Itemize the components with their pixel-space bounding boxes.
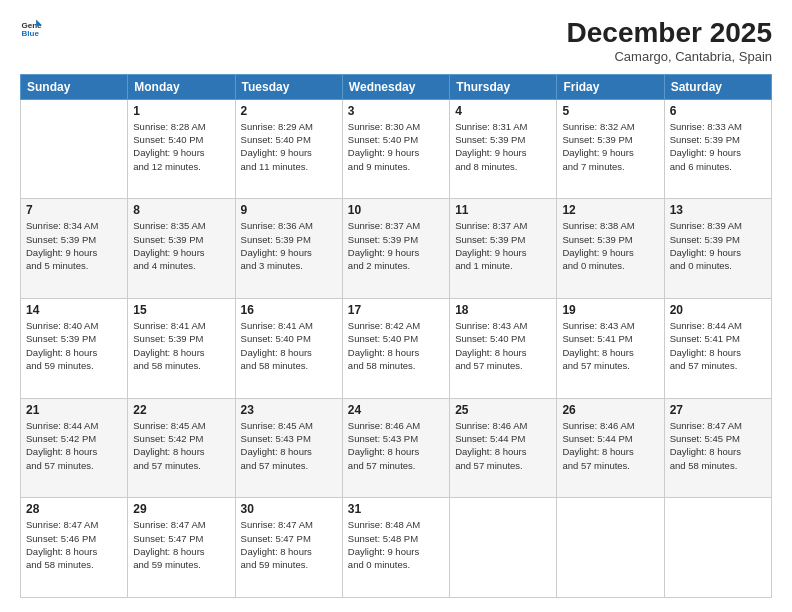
day-cell: 21Sunrise: 8:44 AM Sunset: 5:42 PM Dayli… bbox=[21, 398, 128, 498]
day-cell: 4Sunrise: 8:31 AM Sunset: 5:39 PM Daylig… bbox=[450, 99, 557, 199]
day-info: Sunrise: 8:43 AM Sunset: 5:41 PM Dayligh… bbox=[562, 319, 658, 372]
day-number: 19 bbox=[562, 303, 658, 317]
day-number: 7 bbox=[26, 203, 122, 217]
day-info: Sunrise: 8:33 AM Sunset: 5:39 PM Dayligh… bbox=[670, 120, 766, 173]
day-number: 25 bbox=[455, 403, 551, 417]
day-number: 22 bbox=[133, 403, 229, 417]
day-info: Sunrise: 8:46 AM Sunset: 5:44 PM Dayligh… bbox=[455, 419, 551, 472]
day-number: 3 bbox=[348, 104, 444, 118]
day-cell: 24Sunrise: 8:46 AM Sunset: 5:43 PM Dayli… bbox=[342, 398, 449, 498]
day-cell bbox=[21, 99, 128, 199]
day-number: 8 bbox=[133, 203, 229, 217]
week-row-3: 14Sunrise: 8:40 AM Sunset: 5:39 PM Dayli… bbox=[21, 299, 772, 399]
logo-icon: General Blue bbox=[20, 18, 42, 40]
day-number: 23 bbox=[241, 403, 337, 417]
day-info: Sunrise: 8:32 AM Sunset: 5:39 PM Dayligh… bbox=[562, 120, 658, 173]
day-number: 4 bbox=[455, 104, 551, 118]
day-cell: 30Sunrise: 8:47 AM Sunset: 5:47 PM Dayli… bbox=[235, 498, 342, 598]
day-number: 9 bbox=[241, 203, 337, 217]
day-number: 18 bbox=[455, 303, 551, 317]
day-info: Sunrise: 8:46 AM Sunset: 5:44 PM Dayligh… bbox=[562, 419, 658, 472]
day-cell: 1Sunrise: 8:28 AM Sunset: 5:40 PM Daylig… bbox=[128, 99, 235, 199]
day-info: Sunrise: 8:45 AM Sunset: 5:43 PM Dayligh… bbox=[241, 419, 337, 472]
day-number: 28 bbox=[26, 502, 122, 516]
day-number: 2 bbox=[241, 104, 337, 118]
day-cell: 11Sunrise: 8:37 AM Sunset: 5:39 PM Dayli… bbox=[450, 199, 557, 299]
day-number: 20 bbox=[670, 303, 766, 317]
day-number: 13 bbox=[670, 203, 766, 217]
col-header-wednesday: Wednesday bbox=[342, 74, 449, 99]
day-number: 11 bbox=[455, 203, 551, 217]
day-cell: 19Sunrise: 8:43 AM Sunset: 5:41 PM Dayli… bbox=[557, 299, 664, 399]
logo: General Blue bbox=[20, 18, 42, 40]
day-info: Sunrise: 8:37 AM Sunset: 5:39 PM Dayligh… bbox=[455, 219, 551, 272]
day-cell: 25Sunrise: 8:46 AM Sunset: 5:44 PM Dayli… bbox=[450, 398, 557, 498]
day-info: Sunrise: 8:39 AM Sunset: 5:39 PM Dayligh… bbox=[670, 219, 766, 272]
subtitle: Camargo, Cantabria, Spain bbox=[567, 49, 772, 64]
svg-text:Blue: Blue bbox=[21, 29, 39, 38]
day-cell: 12Sunrise: 8:38 AM Sunset: 5:39 PM Dayli… bbox=[557, 199, 664, 299]
day-info: Sunrise: 8:44 AM Sunset: 5:41 PM Dayligh… bbox=[670, 319, 766, 372]
day-cell: 8Sunrise: 8:35 AM Sunset: 5:39 PM Daylig… bbox=[128, 199, 235, 299]
day-cell: 26Sunrise: 8:46 AM Sunset: 5:44 PM Dayli… bbox=[557, 398, 664, 498]
day-cell: 5Sunrise: 8:32 AM Sunset: 5:39 PM Daylig… bbox=[557, 99, 664, 199]
day-number: 31 bbox=[348, 502, 444, 516]
day-number: 1 bbox=[133, 104, 229, 118]
day-cell: 10Sunrise: 8:37 AM Sunset: 5:39 PM Dayli… bbox=[342, 199, 449, 299]
day-info: Sunrise: 8:29 AM Sunset: 5:40 PM Dayligh… bbox=[241, 120, 337, 173]
day-info: Sunrise: 8:31 AM Sunset: 5:39 PM Dayligh… bbox=[455, 120, 551, 173]
day-info: Sunrise: 8:45 AM Sunset: 5:42 PM Dayligh… bbox=[133, 419, 229, 472]
page: General Blue December 2025 Camargo, Cant… bbox=[0, 0, 792, 612]
day-cell: 17Sunrise: 8:42 AM Sunset: 5:40 PM Dayli… bbox=[342, 299, 449, 399]
day-info: Sunrise: 8:47 AM Sunset: 5:47 PM Dayligh… bbox=[133, 518, 229, 571]
day-info: Sunrise: 8:47 AM Sunset: 5:45 PM Dayligh… bbox=[670, 419, 766, 472]
day-cell: 6Sunrise: 8:33 AM Sunset: 5:39 PM Daylig… bbox=[664, 99, 771, 199]
day-info: Sunrise: 8:38 AM Sunset: 5:39 PM Dayligh… bbox=[562, 219, 658, 272]
day-number: 12 bbox=[562, 203, 658, 217]
col-header-monday: Monday bbox=[128, 74, 235, 99]
day-number: 24 bbox=[348, 403, 444, 417]
day-cell: 9Sunrise: 8:36 AM Sunset: 5:39 PM Daylig… bbox=[235, 199, 342, 299]
day-number: 21 bbox=[26, 403, 122, 417]
day-cell: 13Sunrise: 8:39 AM Sunset: 5:39 PM Dayli… bbox=[664, 199, 771, 299]
day-cell bbox=[450, 498, 557, 598]
day-cell: 23Sunrise: 8:45 AM Sunset: 5:43 PM Dayli… bbox=[235, 398, 342, 498]
day-info: Sunrise: 8:35 AM Sunset: 5:39 PM Dayligh… bbox=[133, 219, 229, 272]
day-number: 10 bbox=[348, 203, 444, 217]
day-info: Sunrise: 8:42 AM Sunset: 5:40 PM Dayligh… bbox=[348, 319, 444, 372]
day-cell: 3Sunrise: 8:30 AM Sunset: 5:40 PM Daylig… bbox=[342, 99, 449, 199]
day-cell: 27Sunrise: 8:47 AM Sunset: 5:45 PM Dayli… bbox=[664, 398, 771, 498]
week-row-1: 1Sunrise: 8:28 AM Sunset: 5:40 PM Daylig… bbox=[21, 99, 772, 199]
day-cell: 2Sunrise: 8:29 AM Sunset: 5:40 PM Daylig… bbox=[235, 99, 342, 199]
day-cell: 22Sunrise: 8:45 AM Sunset: 5:42 PM Dayli… bbox=[128, 398, 235, 498]
day-number: 16 bbox=[241, 303, 337, 317]
day-cell: 16Sunrise: 8:41 AM Sunset: 5:40 PM Dayli… bbox=[235, 299, 342, 399]
day-info: Sunrise: 8:41 AM Sunset: 5:40 PM Dayligh… bbox=[241, 319, 337, 372]
day-cell: 20Sunrise: 8:44 AM Sunset: 5:41 PM Dayli… bbox=[664, 299, 771, 399]
day-cell: 28Sunrise: 8:47 AM Sunset: 5:46 PM Dayli… bbox=[21, 498, 128, 598]
day-cell: 7Sunrise: 8:34 AM Sunset: 5:39 PM Daylig… bbox=[21, 199, 128, 299]
day-number: 27 bbox=[670, 403, 766, 417]
week-row-5: 28Sunrise: 8:47 AM Sunset: 5:46 PM Dayli… bbox=[21, 498, 772, 598]
day-info: Sunrise: 8:47 AM Sunset: 5:47 PM Dayligh… bbox=[241, 518, 337, 571]
day-info: Sunrise: 8:36 AM Sunset: 5:39 PM Dayligh… bbox=[241, 219, 337, 272]
day-number: 26 bbox=[562, 403, 658, 417]
day-number: 6 bbox=[670, 104, 766, 118]
col-header-sunday: Sunday bbox=[21, 74, 128, 99]
day-cell bbox=[557, 498, 664, 598]
day-info: Sunrise: 8:30 AM Sunset: 5:40 PM Dayligh… bbox=[348, 120, 444, 173]
week-row-2: 7Sunrise: 8:34 AM Sunset: 5:39 PM Daylig… bbox=[21, 199, 772, 299]
day-number: 29 bbox=[133, 502, 229, 516]
day-cell: 31Sunrise: 8:48 AM Sunset: 5:48 PM Dayli… bbox=[342, 498, 449, 598]
day-number: 14 bbox=[26, 303, 122, 317]
col-header-thursday: Thursday bbox=[450, 74, 557, 99]
header: General Blue December 2025 Camargo, Cant… bbox=[20, 18, 772, 64]
day-info: Sunrise: 8:43 AM Sunset: 5:40 PM Dayligh… bbox=[455, 319, 551, 372]
day-number: 15 bbox=[133, 303, 229, 317]
day-cell: 14Sunrise: 8:40 AM Sunset: 5:39 PM Dayli… bbox=[21, 299, 128, 399]
day-info: Sunrise: 8:37 AM Sunset: 5:39 PM Dayligh… bbox=[348, 219, 444, 272]
header-row: SundayMondayTuesdayWednesdayThursdayFrid… bbox=[21, 74, 772, 99]
day-info: Sunrise: 8:28 AM Sunset: 5:40 PM Dayligh… bbox=[133, 120, 229, 173]
day-number: 17 bbox=[348, 303, 444, 317]
week-row-4: 21Sunrise: 8:44 AM Sunset: 5:42 PM Dayli… bbox=[21, 398, 772, 498]
